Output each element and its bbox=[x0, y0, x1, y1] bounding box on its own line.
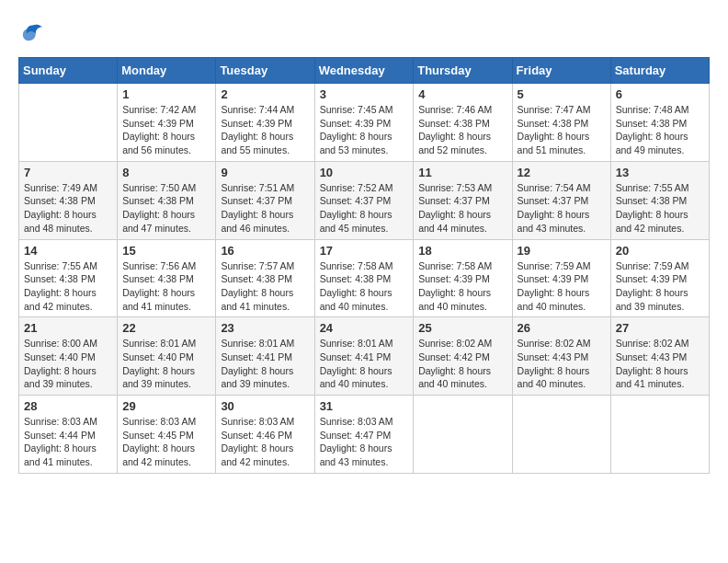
day-info: Sunrise: 8:01 AMSunset: 4:40 PMDaylight:… bbox=[122, 337, 210, 391]
week-row-1: 1Sunrise: 7:42 AMSunset: 4:39 PMDaylight… bbox=[19, 84, 710, 162]
day-info: Sunrise: 7:55 AMSunset: 4:38 PMDaylight:… bbox=[616, 181, 704, 236]
day-number: 2 bbox=[221, 87, 309, 101]
calendar-cell: 25Sunrise: 8:02 AMSunset: 4:42 PMDayligh… bbox=[414, 317, 512, 396]
day-number: 18 bbox=[418, 244, 506, 258]
calendar-cell: 4Sunrise: 7:46 AMSunset: 4:38 PMDaylight… bbox=[414, 84, 512, 162]
calendar-cell bbox=[19, 84, 118, 162]
calendar-cell: 26Sunrise: 8:02 AMSunset: 4:43 PMDayligh… bbox=[512, 317, 610, 396]
day-number: 26 bbox=[518, 321, 606, 335]
day-number: 4 bbox=[418, 87, 506, 101]
day-number: 20 bbox=[616, 244, 704, 258]
day-info: Sunrise: 7:57 AMSunset: 4:38 PMDaylight:… bbox=[221, 259, 309, 314]
calendar-cell: 9Sunrise: 7:51 AMSunset: 4:37 PMDaylight… bbox=[216, 161, 314, 239]
calendar-cell: 6Sunrise: 7:48 AMSunset: 4:38 PMDaylight… bbox=[610, 84, 709, 162]
weekday-friday: Friday bbox=[512, 58, 610, 84]
calendar-cell bbox=[414, 396, 512, 474]
day-info: Sunrise: 7:44 AMSunset: 4:39 PMDaylight:… bbox=[221, 103, 309, 157]
logo bbox=[18, 18, 46, 48]
day-info: Sunrise: 8:03 AMSunset: 4:45 PMDaylight:… bbox=[122, 415, 210, 469]
day-info: Sunrise: 7:59 AMSunset: 4:39 PMDaylight:… bbox=[518, 259, 606, 314]
calendar-cell: 20Sunrise: 7:59 AMSunset: 4:39 PMDayligh… bbox=[610, 239, 709, 317]
day-number: 5 bbox=[518, 87, 606, 101]
day-number: 12 bbox=[518, 166, 606, 179]
calendar-cell: 22Sunrise: 8:01 AMSunset: 4:40 PMDayligh… bbox=[118, 317, 216, 396]
page-header bbox=[18, 18, 710, 48]
day-number: 16 bbox=[221, 244, 309, 258]
calendar-cell: 21Sunrise: 8:00 AMSunset: 4:40 PMDayligh… bbox=[19, 317, 118, 396]
calendar-cell: 8Sunrise: 7:50 AMSunset: 4:38 PMDaylight… bbox=[118, 161, 216, 239]
day-info: Sunrise: 7:46 AMSunset: 4:38 PMDaylight:… bbox=[418, 103, 506, 157]
calendar-cell: 29Sunrise: 8:03 AMSunset: 4:45 PMDayligh… bbox=[118, 396, 216, 474]
day-info: Sunrise: 7:59 AMSunset: 4:39 PMDaylight:… bbox=[616, 259, 704, 314]
day-info: Sunrise: 8:01 AMSunset: 4:41 PMDaylight:… bbox=[320, 337, 409, 391]
day-info: Sunrise: 7:55 AMSunset: 4:38 PMDaylight:… bbox=[24, 259, 112, 314]
day-info: Sunrise: 7:53 AMSunset: 4:37 PMDaylight:… bbox=[418, 181, 506, 236]
day-info: Sunrise: 7:45 AMSunset: 4:39 PMDaylight:… bbox=[320, 103, 409, 157]
day-number: 11 bbox=[418, 166, 506, 179]
day-number: 24 bbox=[320, 321, 409, 335]
calendar-cell: 30Sunrise: 8:03 AMSunset: 4:46 PMDayligh… bbox=[216, 396, 314, 474]
day-number: 10 bbox=[320, 166, 409, 179]
weekday-tuesday: Tuesday bbox=[216, 58, 314, 84]
weekday-wednesday: Wednesday bbox=[314, 58, 414, 84]
week-row-3: 14Sunrise: 7:55 AMSunset: 4:38 PMDayligh… bbox=[19, 239, 710, 317]
day-info: Sunrise: 7:51 AMSunset: 4:37 PMDaylight:… bbox=[221, 181, 309, 236]
day-info: Sunrise: 7:47 AMSunset: 4:38 PMDaylight:… bbox=[518, 103, 606, 157]
calendar-cell: 31Sunrise: 8:03 AMSunset: 4:47 PMDayligh… bbox=[314, 396, 414, 474]
logo-icon bbox=[20, 18, 46, 44]
weekday-sunday: Sunday bbox=[19, 58, 118, 84]
calendar-cell: 19Sunrise: 7:59 AMSunset: 4:39 PMDayligh… bbox=[512, 239, 610, 317]
calendar-cell: 3Sunrise: 7:45 AMSunset: 4:39 PMDaylight… bbox=[314, 84, 414, 162]
day-info: Sunrise: 8:03 AMSunset: 4:47 PMDaylight:… bbox=[320, 415, 409, 469]
week-row-4: 21Sunrise: 8:00 AMSunset: 4:40 PMDayligh… bbox=[19, 317, 710, 396]
day-info: Sunrise: 8:02 AMSunset: 4:42 PMDaylight:… bbox=[418, 337, 506, 391]
day-info: Sunrise: 7:50 AMSunset: 4:38 PMDaylight:… bbox=[122, 181, 210, 236]
calendar-cell: 28Sunrise: 8:03 AMSunset: 4:44 PMDayligh… bbox=[19, 396, 118, 474]
calendar-cell: 14Sunrise: 7:55 AMSunset: 4:38 PMDayligh… bbox=[19, 239, 118, 317]
weekday-saturday: Saturday bbox=[610, 58, 709, 84]
calendar-cell: 1Sunrise: 7:42 AMSunset: 4:39 PMDaylight… bbox=[118, 84, 216, 162]
day-number: 9 bbox=[221, 166, 309, 179]
day-info: Sunrise: 7:49 AMSunset: 4:38 PMDaylight:… bbox=[24, 181, 112, 236]
calendar-cell: 7Sunrise: 7:49 AMSunset: 4:38 PMDaylight… bbox=[19, 161, 118, 239]
week-row-5: 28Sunrise: 8:03 AMSunset: 4:44 PMDayligh… bbox=[19, 396, 710, 474]
day-number: 17 bbox=[320, 244, 409, 258]
day-info: Sunrise: 8:03 AMSunset: 4:46 PMDaylight:… bbox=[221, 415, 309, 469]
day-number: 14 bbox=[24, 244, 112, 258]
day-number: 3 bbox=[320, 87, 409, 101]
weekday-header-row: SundayMondayTuesdayWednesdayThursdayFrid… bbox=[19, 58, 710, 84]
calendar-cell: 13Sunrise: 7:55 AMSunset: 4:38 PMDayligh… bbox=[610, 161, 709, 239]
calendar-cell: 10Sunrise: 7:52 AMSunset: 4:37 PMDayligh… bbox=[314, 161, 414, 239]
day-number: 7 bbox=[24, 166, 112, 179]
calendar-cell bbox=[610, 396, 709, 474]
day-info: Sunrise: 7:54 AMSunset: 4:37 PMDaylight:… bbox=[518, 181, 606, 236]
day-info: Sunrise: 8:03 AMSunset: 4:44 PMDaylight:… bbox=[24, 415, 112, 469]
day-info: Sunrise: 7:58 AMSunset: 4:38 PMDaylight:… bbox=[320, 259, 409, 314]
day-number: 31 bbox=[320, 399, 409, 413]
weekday-thursday: Thursday bbox=[414, 58, 512, 84]
day-info: Sunrise: 7:58 AMSunset: 4:39 PMDaylight:… bbox=[418, 259, 506, 314]
day-number: 19 bbox=[518, 244, 606, 258]
calendar-cell: 17Sunrise: 7:58 AMSunset: 4:38 PMDayligh… bbox=[314, 239, 414, 317]
day-number: 25 bbox=[418, 321, 506, 335]
calendar-cell: 2Sunrise: 7:44 AMSunset: 4:39 PMDaylight… bbox=[216, 84, 314, 162]
day-info: Sunrise: 8:01 AMSunset: 4:41 PMDaylight:… bbox=[221, 337, 309, 391]
day-number: 23 bbox=[221, 321, 309, 335]
calendar-cell: 18Sunrise: 7:58 AMSunset: 4:39 PMDayligh… bbox=[414, 239, 512, 317]
calendar-cell: 16Sunrise: 7:57 AMSunset: 4:38 PMDayligh… bbox=[216, 239, 314, 317]
day-number: 6 bbox=[616, 87, 704, 101]
day-number: 28 bbox=[24, 399, 112, 413]
calendar-cell: 24Sunrise: 8:01 AMSunset: 4:41 PMDayligh… bbox=[314, 317, 414, 396]
day-number: 21 bbox=[24, 321, 112, 335]
calendar-cell: 15Sunrise: 7:56 AMSunset: 4:38 PMDayligh… bbox=[118, 239, 216, 317]
day-number: 13 bbox=[616, 166, 704, 179]
day-number: 8 bbox=[122, 166, 210, 179]
day-info: Sunrise: 8:00 AMSunset: 4:40 PMDaylight:… bbox=[24, 337, 112, 391]
calendar-table: SundayMondayTuesdayWednesdayThursdayFrid… bbox=[18, 57, 710, 474]
day-info: Sunrise: 7:56 AMSunset: 4:38 PMDaylight:… bbox=[122, 259, 210, 314]
weekday-monday: Monday bbox=[118, 58, 216, 84]
day-info: Sunrise: 7:42 AMSunset: 4:39 PMDaylight:… bbox=[122, 103, 210, 157]
calendar-cell: 11Sunrise: 7:53 AMSunset: 4:37 PMDayligh… bbox=[414, 161, 512, 239]
day-info: Sunrise: 7:48 AMSunset: 4:38 PMDaylight:… bbox=[616, 103, 704, 157]
day-number: 30 bbox=[221, 399, 309, 413]
